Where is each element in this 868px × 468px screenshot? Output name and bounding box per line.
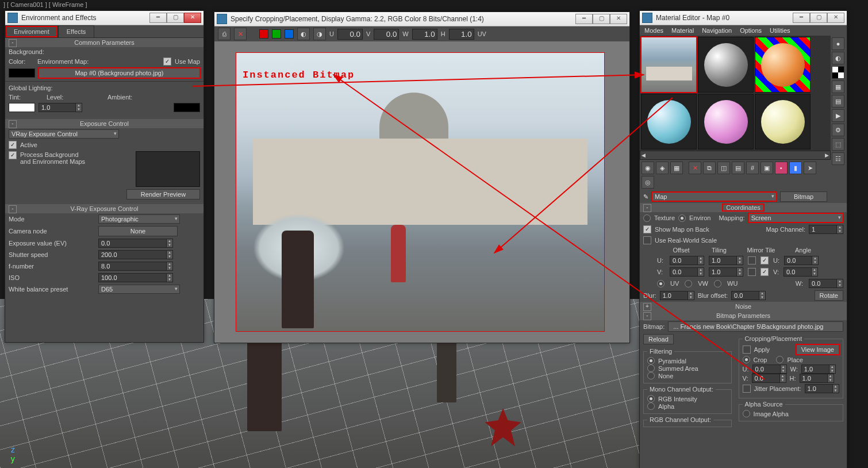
environment-effects-window[interactable]: Environment and Effects ━ ▢ ✕ Environmen… <box>5 10 204 343</box>
group-exposure-control[interactable]: - Exposure Control <box>5 119 203 128</box>
collapse-toggle[interactable]: - <box>9 39 17 47</box>
menu-options[interactable]: Options <box>740 27 762 34</box>
exposure-plugin-select[interactable]: VRay Exposure Control <box>9 129 119 139</box>
menu-navigation[interactable]: Navigation <box>702 27 732 34</box>
get-material-icon[interactable]: ◉ <box>642 162 654 174</box>
maximize-button[interactable]: ▢ <box>167 13 184 23</box>
bluroffset-spinner[interactable]: 0.0▲▼ <box>731 291 766 300</box>
print-icon[interactable]: ⎙ <box>218 28 231 40</box>
ev-spinner[interactable]: 0.0▲▼ <box>98 239 173 248</box>
filter-none-radio[interactable] <box>647 372 655 379</box>
filter-pyramidal-radio[interactable] <box>647 357 655 365</box>
mode-select[interactable]: Photographic <box>98 214 180 224</box>
place-radio[interactable] <box>776 356 783 363</box>
group-coordinates[interactable]: - Coordinates <box>640 203 847 212</box>
channel-r-icon[interactable] <box>259 29 268 39</box>
camera-node-button[interactable]: None <box>98 226 178 236</box>
maximize-button[interactable]: ▢ <box>810 13 827 23</box>
alpha-image-radio[interactable] <box>743 410 750 417</box>
make-preview-icon[interactable]: ▶ <box>832 109 844 122</box>
mono-icon[interactable]: ◑ <box>313 28 326 40</box>
cp-h-spinner[interactable]: 1.0▲▼ <box>800 374 834 383</box>
v-input[interactable] <box>374 29 399 40</box>
put-to-scene-icon[interactable]: ◈ <box>656 162 669 174</box>
minimize-button[interactable]: ━ <box>149 13 167 23</box>
reset-icon[interactable]: ✕ <box>689 162 701 174</box>
put-to-library-icon[interactable]: ▤ <box>732 162 744 174</box>
texture-radio[interactable] <box>643 214 651 222</box>
shutter-spinner[interactable]: 200.0▲▼ <box>98 250 173 259</box>
sample-slot-3[interactable] <box>755 37 811 93</box>
bitmap-path-button[interactable]: ... Francis new Book\Chapter 5\Backgroun… <box>668 321 843 332</box>
group-common-parameters[interactable]: - Common Parameters <box>5 38 203 47</box>
jitter-spinner[interactable]: 1.0▲▼ <box>805 384 839 393</box>
me-titlebar[interactable]: Material Editor - Map #0 ━ ▢ ✕ <box>640 11 847 25</box>
select-by-material-icon[interactable]: ⬚ <box>832 138 844 151</box>
u-tile-checkbox[interactable]: ✓ <box>761 256 769 264</box>
v-tile-checkbox[interactable]: ✓ <box>761 268 769 276</box>
crop-image-canvas[interactable]: Instanced Bitmap <box>236 52 605 332</box>
view-image-button[interactable]: View Image <box>796 344 839 355</box>
u-mirror-checkbox[interactable] <box>748 256 756 264</box>
maximize-button[interactable]: ▢ <box>593 14 610 24</box>
v-mirror-checkbox[interactable] <box>748 268 756 276</box>
uv-radio[interactable] <box>657 280 665 287</box>
background-icon[interactable] <box>832 66 844 79</box>
crop-rectangle[interactable] <box>236 52 605 332</box>
backlight-icon[interactable]: ◐ <box>832 52 844 64</box>
sample-slot-4[interactable] <box>641 94 697 149</box>
channel-b-icon[interactable] <box>285 29 294 39</box>
level-spinner[interactable]: 1.0▲▼ <box>39 103 82 112</box>
w-input[interactable] <box>412 29 437 40</box>
mono-alpha-radio[interactable] <box>647 402 655 410</box>
pick-from-object-icon[interactable]: ◎ <box>642 176 654 189</box>
sample-scrollbar[interactable]: ◀▶ <box>640 151 831 160</box>
cp-v-spinner[interactable]: 0.0▲▼ <box>752 374 786 383</box>
menu-modes[interactable]: Modes <box>644 27 663 34</box>
expand-toggle[interactable]: + <box>643 303 651 311</box>
crop-radio[interactable] <box>743 356 750 363</box>
use-map-checkbox[interactable]: ✓ <box>163 57 171 66</box>
sample-slot-1[interactable] <box>641 37 697 93</box>
use-realworld-checkbox[interactable] <box>643 236 651 244</box>
sample-slot-6[interactable] <box>755 94 811 149</box>
mapping-select[interactable]: Screen <box>748 213 843 223</box>
material-editor-window[interactable]: Material Editor - Map #0 ━ ▢ ✕ Modes Mat… <box>639 10 847 468</box>
menu-material[interactable]: Material <box>671 27 694 34</box>
u-input[interactable] <box>337 29 363 40</box>
env-titlebar[interactable]: Environment and Effects ━ ▢ ✕ <box>5 11 203 25</box>
collapse-toggle[interactable]: - <box>9 205 17 213</box>
environment-map-button[interactable]: Map #0 (Background photo.jpg) <box>39 68 200 78</box>
environ-radio[interactable] <box>678 214 686 222</box>
cp-w-spinner[interactable]: 1.0▲▼ <box>801 365 836 374</box>
channel-g-icon[interactable] <box>272 29 281 39</box>
sample-slot-5[interactable] <box>698 94 754 149</box>
close-button[interactable]: ✕ <box>184 13 201 23</box>
video-check-icon[interactable]: ▤ <box>832 95 844 108</box>
tab-effects[interactable]: Effects <box>58 25 94 37</box>
v-angle-spinner[interactable]: 0.0▲▼ <box>783 267 818 277</box>
ambient-swatch[interactable] <box>174 103 200 112</box>
tab-environment[interactable]: Environment <box>5 25 58 37</box>
close-button[interactable]: ✕ <box>827 13 844 23</box>
show-in-vp-icon[interactable]: ▣ <box>761 162 773 174</box>
options-icon[interactable]: ⚙ <box>832 124 844 136</box>
w-angle-spinner[interactable]: 0.0▲▼ <box>809 279 843 288</box>
background-color-swatch[interactable] <box>9 68 35 78</box>
wb-select[interactable]: D65 <box>98 285 180 294</box>
v-offset-spinner[interactable]: 0.0▲▼ <box>670 267 704 277</box>
alpha-icon[interactable]: ◐ <box>297 28 310 40</box>
minimize-button[interactable]: ━ <box>793 13 810 23</box>
wu-radio[interactable] <box>714 280 721 287</box>
rotate-button[interactable]: Rotate <box>815 290 843 301</box>
iso-spinner[interactable]: 100.0▲▼ <box>98 273 173 282</box>
u-angle-spinner[interactable]: 0.0▲▼ <box>784 256 819 265</box>
go-forward-icon[interactable]: ➤ <box>804 162 816 174</box>
reload-button[interactable]: Reload <box>643 334 674 344</box>
group-vray-exposure[interactable]: - V-Ray Exposure Control <box>5 204 203 213</box>
collapse-toggle[interactable]: - <box>643 312 651 320</box>
map-name-select[interactable]: Map <box>652 192 777 201</box>
group-noise[interactable]: + Noise <box>640 302 847 311</box>
sample-type-icon[interactable]: ● <box>832 37 844 50</box>
eyedropper-icon[interactable]: ✎ <box>643 193 648 201</box>
